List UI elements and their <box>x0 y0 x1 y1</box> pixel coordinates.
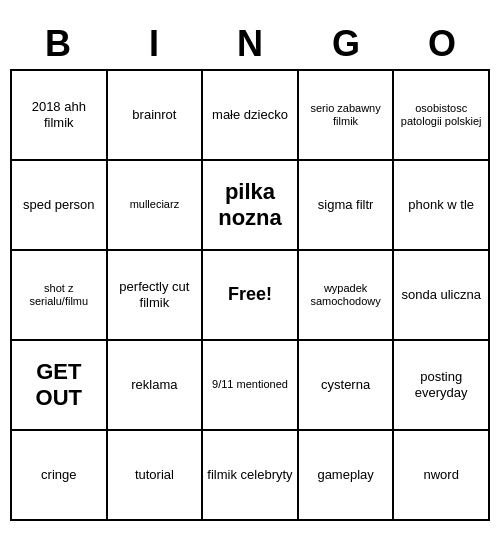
bingo-card: B I N G O 2018 ahh filmikbrainrotmałe dz… <box>10 23 490 521</box>
table-row[interactable]: brainrot <box>108 71 204 161</box>
table-row[interactable]: 2018 ahh filmik <box>12 71 108 161</box>
table-row[interactable]: serio zabawny filmik <box>299 71 395 161</box>
table-row[interactable]: cysterna <box>299 341 395 431</box>
table-row[interactable]: cringe <box>12 431 108 521</box>
table-row[interactable]: nword <box>394 431 490 521</box>
table-row[interactable]: posting everyday <box>394 341 490 431</box>
table-row[interactable]: reklama <box>108 341 204 431</box>
table-row[interactable]: sped person <box>12 161 108 251</box>
letter-g: G <box>302 23 390 65</box>
table-row[interactable]: wypadek samochodowy <box>299 251 395 341</box>
table-row[interactable]: gameplay <box>299 431 395 521</box>
bingo-title: B I N G O <box>10 23 490 65</box>
table-row[interactable]: shot z serialu/filmu <box>12 251 108 341</box>
table-row[interactable]: pilka nozna <box>203 161 299 251</box>
table-row[interactable]: mulleciarz <box>108 161 204 251</box>
table-row[interactable]: Free! <box>203 251 299 341</box>
table-row[interactable]: phonk w tle <box>394 161 490 251</box>
table-row[interactable]: sonda uliczna <box>394 251 490 341</box>
letter-n: N <box>206 23 294 65</box>
table-row[interactable]: perfectly cut filmik <box>108 251 204 341</box>
table-row[interactable]: tutorial <box>108 431 204 521</box>
table-row[interactable]: małe dziecko <box>203 71 299 161</box>
table-row[interactable]: filmik celebryty <box>203 431 299 521</box>
letter-o: O <box>398 23 486 65</box>
bingo-grid: 2018 ahh filmikbrainrotmałe dzieckoserio… <box>10 69 490 521</box>
table-row[interactable]: osobistosc patologii polskiej <box>394 71 490 161</box>
letter-i: I <box>110 23 198 65</box>
table-row[interactable]: 9/11 mentioned <box>203 341 299 431</box>
letter-b: B <box>14 23 102 65</box>
table-row[interactable]: sigma filtr <box>299 161 395 251</box>
table-row[interactable]: GET OUT <box>12 341 108 431</box>
